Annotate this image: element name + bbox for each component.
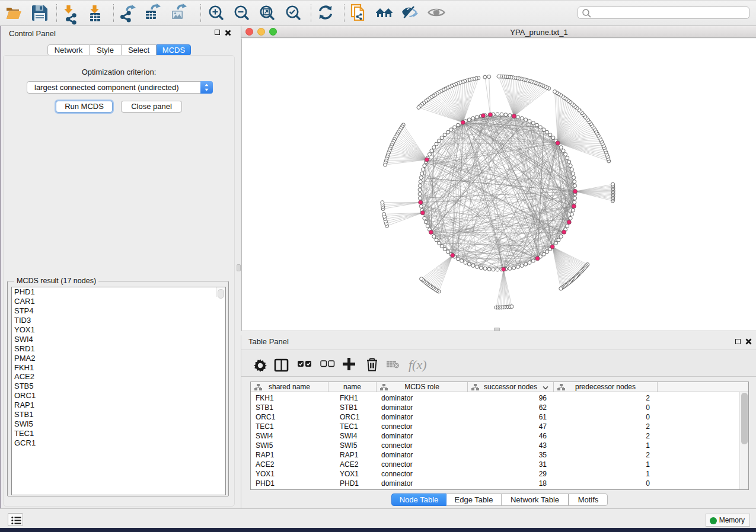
svg-text:f(x): f(x) bbox=[409, 357, 427, 372]
